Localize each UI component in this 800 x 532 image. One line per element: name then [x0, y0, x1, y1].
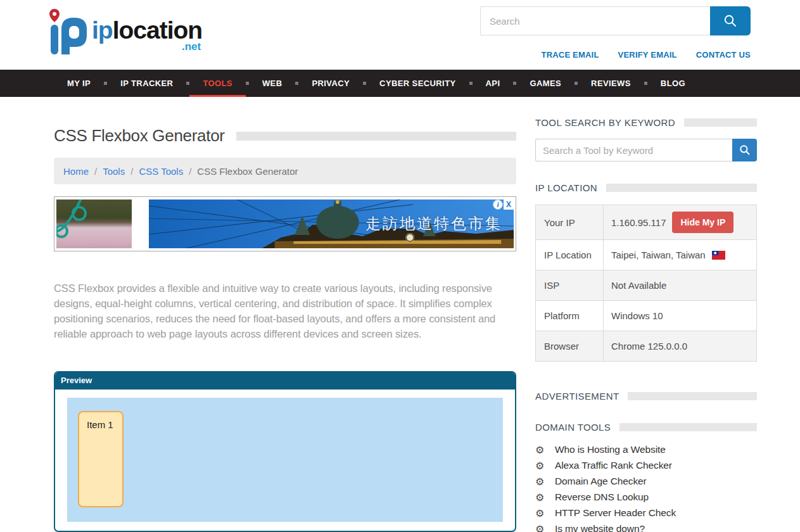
- logo-text: iplocation .net: [92, 18, 202, 52]
- flex-item-1[interactable]: Item 1: [78, 411, 124, 507]
- isp-value: Not Available: [611, 280, 666, 291]
- site-search-button[interactable]: [710, 6, 751, 35]
- ad-main-image: 走訪地道特色市集 i X: [149, 200, 514, 248]
- ad-banner[interactable]: 走訪地道特色市集 i X: [54, 196, 516, 251]
- site-search-input[interactable]: [480, 6, 710, 35]
- tool-search-heading: TOOL SEARCH BY KEYWORD: [535, 117, 675, 128]
- contact-us-link[interactable]: CONTACT US: [696, 50, 751, 60]
- heading-decoration-bar: [606, 184, 757, 192]
- iplocation-logo-icon: [48, 8, 88, 56]
- nav-cybersecurity[interactable]: CYBER SECURITY: [366, 70, 469, 97]
- tool-search: [535, 139, 757, 162]
- row-label: Browser: [536, 331, 604, 361]
- search-icon: [739, 144, 751, 156]
- table-row: Platform Windows 10: [536, 301, 756, 331]
- page-title: CSS Flexbox Generator: [54, 126, 225, 146]
- domain-tool-link[interactable]: Reverse DNS Lookup: [555, 491, 649, 503]
- gear-icon: ⚙: [535, 524, 545, 532]
- gear-icon: ⚙: [535, 445, 545, 455]
- header-right: TRACE EMAIL VERIFY EMAIL CONTACT US: [480, 6, 751, 70]
- row-label: Platform: [536, 301, 604, 331]
- domain-tool-link[interactable]: Alexa Traffic Rank Checker: [555, 460, 672, 471]
- search-icon: [723, 14, 737, 28]
- browser-value: Chrome 125.0.0.0: [611, 341, 687, 352]
- list-item: ⚙ Reverse DNS Lookup: [535, 491, 757, 503]
- row-label: IP Location: [536, 240, 604, 270]
- ad-route-graphic: [56, 200, 132, 248]
- trace-email-link[interactable]: TRACE EMAIL: [542, 50, 599, 60]
- ip-location-table: Your IP 1.160.95.117 Hide My IP IP Locat…: [535, 205, 757, 362]
- table-row: IP Location Taipei, Taiwan, Taiwan: [536, 240, 756, 270]
- breadcrumb-tools[interactable]: Tools: [103, 166, 125, 177]
- sidebar: TOOL SEARCH BY KEYWORD IP LOCATION Your …: [535, 117, 757, 532]
- domain-tool-link[interactable]: Domain Age Checker: [555, 476, 647, 487]
- list-item: ⚙ HTTP Server Header Check: [535, 507, 757, 519]
- tool-search-button[interactable]: [732, 139, 757, 162]
- ad-info-icon[interactable]: i: [493, 200, 503, 210]
- list-item: ⚙ Domain Age Checker: [535, 476, 757, 487]
- domain-tool-link[interactable]: HTTP Server Header Check: [555, 507, 676, 519]
- platform-value: Windows 10: [611, 310, 663, 321]
- preview-header: Preview: [55, 372, 515, 390]
- ip-location-value: Taipei, Taiwan, Taiwan: [611, 250, 706, 260]
- logo-ip: ip: [92, 16, 113, 44]
- breadcrumb-home[interactable]: Home: [63, 166, 89, 177]
- title-decoration-bar: [236, 132, 516, 141]
- nav-reviews[interactable]: REVIEWS: [578, 70, 644, 97]
- preview-body: Item 1: [55, 390, 515, 531]
- main-area: CSS Flexbox Generator Home / Tools / CSS…: [0, 97, 800, 532]
- content-column: CSS Flexbox Generator Home / Tools / CSS…: [54, 97, 516, 532]
- advertisement-heading: ADVERTISEMENT: [535, 391, 619, 402]
- ad-thumbnail-image: [56, 200, 132, 248]
- heading-decoration-bar: [628, 392, 757, 400]
- breadcrumb-separator: /: [94, 166, 97, 177]
- ad-close-icon[interactable]: X: [504, 200, 514, 210]
- breadcrumb-current: CSS Flexbox Generator: [197, 166, 298, 177]
- nav-web[interactable]: WEB: [249, 70, 296, 97]
- nav-privacy[interactable]: PRIVACY: [298, 70, 363, 97]
- gear-icon: ⚙: [535, 461, 545, 471]
- nav-tools[interactable]: TOOLS: [189, 70, 246, 97]
- row-label: Your IP: [536, 205, 604, 239]
- verify-email-link[interactable]: VERIFY EMAIL: [618, 50, 677, 60]
- tool-search-input[interactable]: [535, 139, 732, 162]
- site-search: [480, 6, 751, 35]
- nav-ip-tracker[interactable]: IP TRACKER: [107, 70, 186, 97]
- list-item: ⚙ Is my website down?: [535, 523, 757, 532]
- site-header: iplocation .net TRACE EMAIL VERIFY EMAIL…: [0, 0, 800, 70]
- breadcrumb: Home / Tools / CSS Tools / CSS Flexbox G…: [54, 158, 516, 184]
- gear-icon: ⚙: [535, 509, 545, 518]
- gear-icon: ⚙: [535, 477, 545, 486]
- flex-container-preview: Item 1: [67, 398, 503, 522]
- table-row: ISP Not Available: [536, 270, 756, 301]
- hide-my-ip-button[interactable]: Hide My IP: [672, 212, 733, 233]
- logo-location: location: [113, 16, 203, 44]
- nav-blog[interactable]: BLOG: [647, 70, 699, 97]
- your-ip-value: 1.160.95.117: [611, 217, 666, 228]
- header-links: TRACE EMAIL VERIFY EMAIL CONTACT US: [480, 50, 751, 60]
- preview-panel: Preview Item 1: [54, 371, 516, 532]
- breadcrumb-separator: /: [130, 166, 133, 177]
- table-row: Browser Chrome 125.0.0.0: [536, 331, 756, 361]
- logo[interactable]: iplocation .net: [48, 8, 202, 70]
- breadcrumb-css-tools[interactable]: CSS Tools: [139, 166, 183, 177]
- ip-location-heading: IP LOCATION: [535, 182, 597, 193]
- domain-tools-heading: DOMAIN TOOLS: [535, 422, 611, 433]
- tool-description: CSS Flexbox provides a flexible and intu…: [54, 281, 502, 341]
- gear-icon: ⚙: [535, 493, 545, 502]
- taiwan-flag-icon: [712, 251, 725, 260]
- breadcrumb-separator: /: [189, 166, 191, 177]
- main-nav: MY IP IP TRACKER TOOLS WEB PRIVACY CYBER…: [0, 70, 800, 97]
- ad-caption: 走訪地道特色市集: [365, 213, 502, 234]
- table-row: Your IP 1.160.95.117 Hide My IP: [536, 205, 756, 240]
- nav-my-ip[interactable]: MY IP: [54, 70, 104, 97]
- domain-tool-link[interactable]: Is my website down?: [555, 523, 645, 532]
- domain-tool-link[interactable]: Who is Hosting a Website: [555, 444, 666, 455]
- nav-games[interactable]: GAMES: [516, 70, 575, 97]
- heading-decoration-bar: [619, 423, 757, 431]
- row-label: ISP: [536, 270, 604, 300]
- heading-decoration-bar: [684, 118, 757, 127]
- nav-api[interactable]: API: [473, 70, 514, 97]
- domain-tools-list: ⚙ Who is Hosting a Website ⚙ Alexa Traff…: [535, 444, 757, 532]
- list-item: ⚙ Alexa Traffic Rank Checker: [535, 460, 757, 471]
